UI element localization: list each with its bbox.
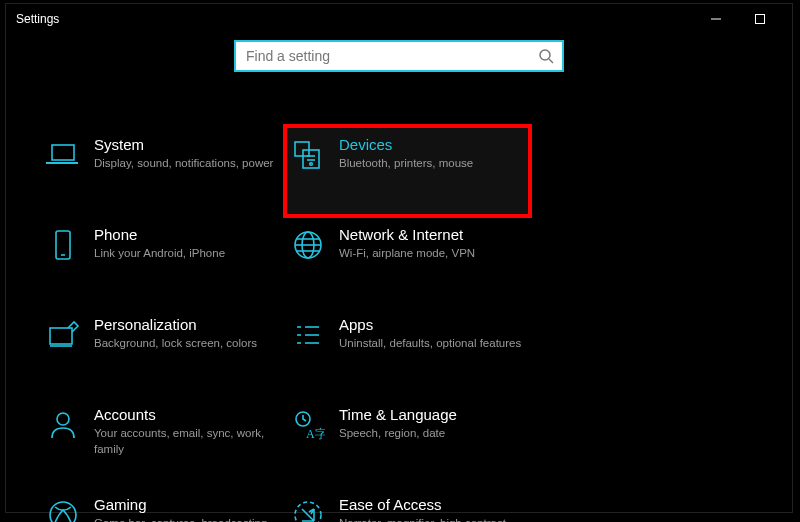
- tile-phone[interactable]: Phone Link your Android, iPhone: [40, 216, 285, 306]
- tile-subtitle: Wi-Fi, airplane mode, VPN: [339, 246, 522, 262]
- tile-subtitle: Your accounts, email, sync, work, family: [94, 426, 277, 457]
- svg-rect-4: [52, 145, 74, 160]
- tile-title: Personalization: [94, 316, 277, 333]
- devices-icon: [291, 138, 325, 172]
- svg-point-2: [540, 50, 550, 60]
- svg-line-3: [549, 59, 553, 63]
- svg-rect-7: [295, 142, 309, 156]
- tile-subtitle: Uninstall, defaults, optional features: [339, 336, 522, 352]
- search-box[interactable]: [234, 40, 564, 72]
- tile-subtitle: Speech, region, date: [339, 426, 522, 442]
- svg-point-27: [57, 413, 69, 425]
- tile-subtitle: Link your Android, iPhone: [94, 246, 277, 262]
- maximize-button[interactable]: [738, 4, 782, 34]
- tile-subtitle: Bluetooth, printers, mouse: [339, 156, 522, 172]
- tile-subtitle: Display, sound, notifications, power: [94, 156, 277, 172]
- tile-personalization[interactable]: Personalization Background, lock screen,…: [40, 306, 285, 396]
- tile-title: Time & Language: [339, 406, 522, 423]
- minimize-button[interactable]: [694, 4, 738, 34]
- globe-icon: [291, 228, 325, 262]
- svg-rect-19: [50, 328, 72, 344]
- tile-ease-of-access[interactable]: Ease of Access Narrator, magnifier, high…: [285, 486, 530, 522]
- tile-title: Gaming: [94, 496, 277, 513]
- ease-of-access-icon: [291, 498, 325, 522]
- tile-network[interactable]: Network & Internet Wi-Fi, airplane mode,…: [285, 216, 530, 306]
- svg-point-11: [310, 163, 313, 166]
- titlebar: Settings: [6, 4, 792, 34]
- paint-icon: [46, 318, 80, 352]
- search-input[interactable]: [244, 47, 538, 65]
- tile-accounts[interactable]: Accounts Your accounts, email, sync, wor…: [40, 396, 285, 486]
- tile-subtitle: Game bar, captures, broadcasting, Game M…: [94, 516, 277, 522]
- settings-grid: System Display, sound, notifications, po…: [6, 126, 792, 522]
- search-row: [6, 40, 792, 72]
- svg-point-30: [50, 502, 76, 522]
- tile-time-language[interactable]: A字 Time & Language Speech, region, date: [285, 396, 530, 486]
- tile-system[interactable]: System Display, sound, notifications, po…: [40, 126, 285, 216]
- search-icon: [538, 48, 554, 64]
- person-icon: [46, 408, 80, 442]
- tile-title: Ease of Access: [339, 496, 522, 513]
- phone-icon: [46, 228, 80, 262]
- tile-gaming[interactable]: Gaming Game bar, captures, broadcasting,…: [40, 486, 285, 522]
- apps-icon: [291, 318, 325, 352]
- tile-title: System: [94, 136, 277, 153]
- laptop-icon: [46, 138, 80, 172]
- window-title: Settings: [16, 12, 59, 26]
- svg-point-31: [295, 502, 321, 522]
- tile-apps[interactable]: Apps Uninstall, defaults, optional featu…: [285, 306, 530, 396]
- tile-title: Network & Internet: [339, 226, 522, 243]
- tile-subtitle: Background, lock screen, colors: [94, 336, 277, 352]
- tile-title: Apps: [339, 316, 522, 333]
- svg-rect-1: [756, 15, 765, 24]
- tile-devices[interactable]: Devices Bluetooth, printers, mouse: [285, 126, 530, 216]
- tile-title: Devices: [339, 136, 522, 153]
- time-language-icon: A字: [291, 408, 325, 442]
- tile-title: Accounts: [94, 406, 277, 423]
- svg-text:A字: A字: [306, 427, 325, 441]
- tile-title: Phone: [94, 226, 277, 243]
- xbox-icon: [46, 498, 80, 522]
- settings-window: Settings System Display, sound, notifica…: [5, 3, 793, 513]
- tile-subtitle: Narrator, magnifier, high contrast: [339, 516, 522, 522]
